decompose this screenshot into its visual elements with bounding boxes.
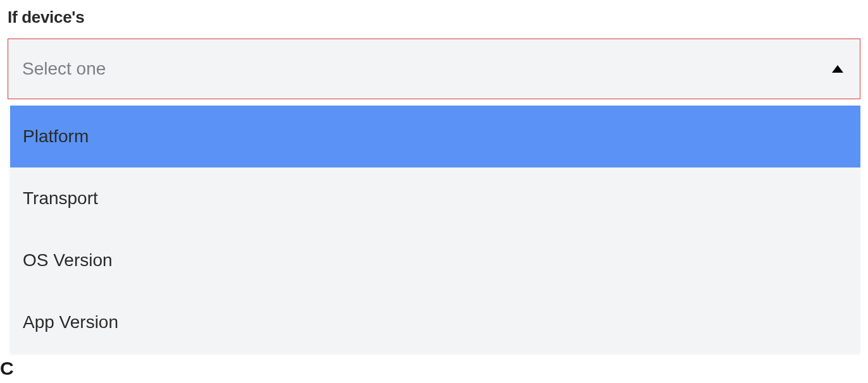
field-label: If device's	[8, 8, 860, 27]
device-property-select[interactable]: Select one	[8, 39, 860, 99]
select-dropdown: Platform Transport OS Version App Versio…	[10, 106, 860, 353]
option-transport[interactable]: Transport	[10, 167, 860, 229]
cutoff-text: C	[0, 358, 14, 379]
option-os-version[interactable]: OS Version	[10, 229, 860, 291]
chevron-up-icon	[832, 65, 843, 73]
option-platform[interactable]: Platform	[10, 106, 860, 167]
select-placeholder: Select one	[22, 59, 106, 79]
option-app-version[interactable]: App Version	[10, 291, 860, 353]
